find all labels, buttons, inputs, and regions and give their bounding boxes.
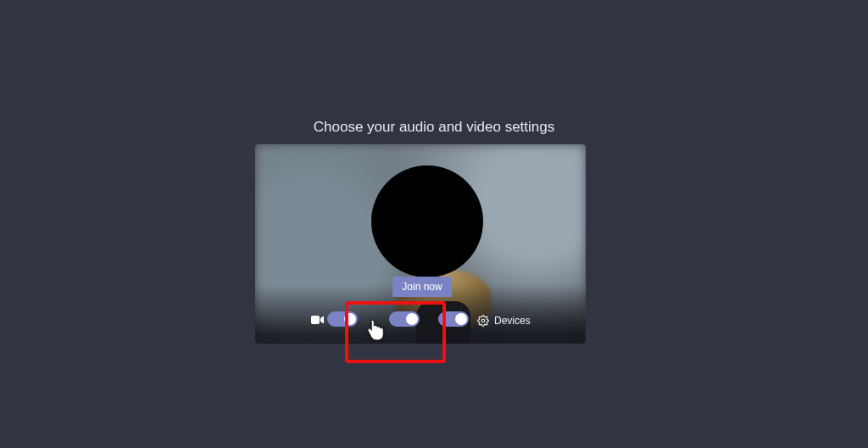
toggle-knob <box>406 313 418 325</box>
video-preview: Join now Devices <box>255 144 586 344</box>
join-now-button[interactable]: Join now <box>392 277 452 297</box>
device-settings-button[interactable]: Devices <box>477 315 531 327</box>
devices-label: Devices <box>494 315 531 327</box>
video-camera-icon <box>311 315 325 325</box>
prejoin-controls-bar: Devices <box>255 305 586 328</box>
join-now-label: Join now <box>402 281 442 293</box>
svg-point-1 <box>481 319 485 322</box>
toggle-knob <box>344 313 356 325</box>
background-blur-toggle[interactable] <box>389 311 420 327</box>
gear-icon <box>477 315 489 327</box>
toggle-knob <box>455 313 467 325</box>
video-toggle[interactable] <box>327 311 358 327</box>
page-title: Choose your audio and video settings <box>0 119 868 136</box>
microphone-toggle[interactable] <box>438 311 469 327</box>
svg-rect-0 <box>311 316 320 324</box>
preview-face-mask <box>371 165 483 277</box>
